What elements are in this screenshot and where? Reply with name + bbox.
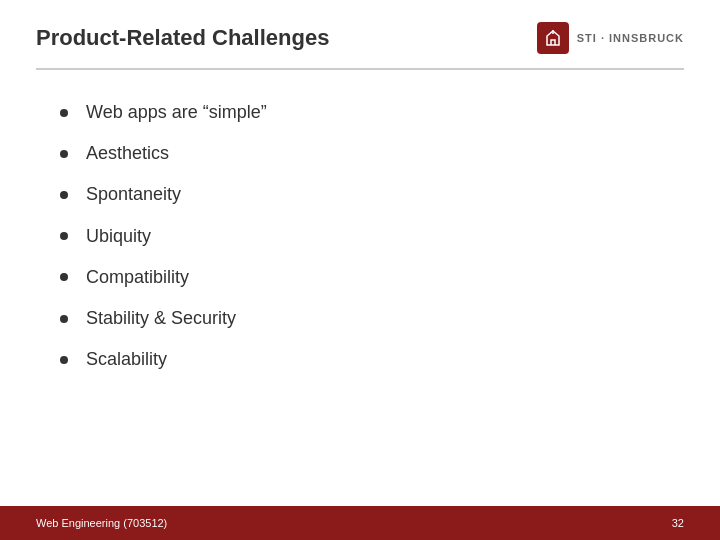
bullet-dot-icon [60,273,68,281]
list-item: Stability & Security [60,306,660,331]
slide: Product-Related Challenges STI · INNSBRU… [0,0,720,540]
list-item-text: Scalability [86,347,167,372]
list-item-text: Spontaneity [86,182,181,207]
list-item: Compatibility [60,265,660,290]
list-item: Spontaneity [60,182,660,207]
list-item: Ubiquity [60,224,660,249]
bullet-dot-icon [60,356,68,364]
bullet-dot-icon [60,150,68,158]
list-item-text: Ubiquity [86,224,151,249]
bullet-list: Web apps are “simple”AestheticsSpontanei… [60,100,660,372]
slide-footer: Web Engineering (703512) 32 [0,506,720,540]
slide-content: Web apps are “simple”AestheticsSpontanei… [0,70,720,506]
list-item-text: Aesthetics [86,141,169,166]
logo-icon [537,22,569,54]
slide-title: Product-Related Challenges [36,25,329,51]
list-item-text: Stability & Security [86,306,236,331]
bullet-dot-icon [60,232,68,240]
list-item-text: Web apps are “simple” [86,100,267,125]
bullet-dot-icon [60,191,68,199]
list-item-text: Compatibility [86,265,189,290]
list-item: Web apps are “simple” [60,100,660,125]
footer-course: Web Engineering (703512) [36,517,167,529]
slide-header: Product-Related Challenges STI · INNSBRU… [0,0,720,68]
bullet-dot-icon [60,109,68,117]
list-item: Aesthetics [60,141,660,166]
footer-page: 32 [672,517,684,529]
logo-area: STI · INNSBRUCK [537,22,684,54]
list-item: Scalability [60,347,660,372]
bullet-dot-icon [60,315,68,323]
logo-text: STI · INNSBRUCK [577,32,684,44]
